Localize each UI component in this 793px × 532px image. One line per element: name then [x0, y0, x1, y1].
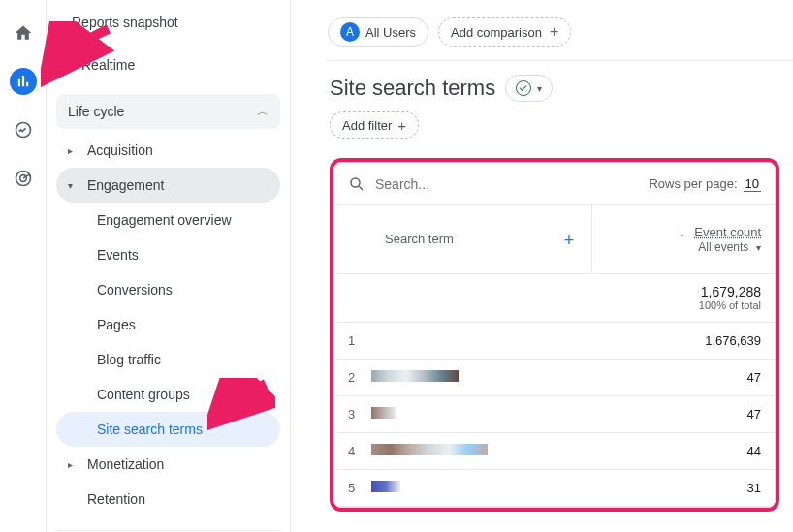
redacted-term: [371, 481, 400, 492]
left-rail: [0, 0, 47, 532]
life-cycle-section[interactable]: Life cycle ︿: [56, 94, 280, 129]
table-total-row: 1,679,288 100% of total: [334, 273, 775, 322]
sidebar-item-conversions[interactable]: Conversions: [56, 272, 280, 307]
plus-icon: +: [550, 23, 558, 41]
caret-down-icon: ▾: [537, 83, 542, 94]
svg-point-3: [351, 178, 360, 187]
svg-line-4: [359, 186, 363, 190]
title-status-pill[interactable]: ▾: [505, 75, 553, 102]
realtime-link[interactable]: Realtime: [56, 47, 280, 82]
page-title: Site search terms: [330, 76, 495, 101]
row-index: 3: [334, 395, 371, 432]
chevron-right-icon: ▸: [68, 459, 78, 470]
explore-icon[interactable]: [10, 116, 37, 143]
chevron-down-icon: ▾: [68, 180, 78, 191]
column-header-search-term[interactable]: Search term +: [334, 205, 592, 273]
advertising-icon[interactable]: [10, 165, 37, 192]
row-index: 4: [334, 432, 371, 469]
chip-all-users[interactable]: A All Users: [328, 17, 428, 47]
chevron-up-icon: ︿: [257, 104, 269, 120]
comparison-chips: A All Users Add comparison +: [328, 17, 793, 61]
data-table-card: Rows per page: 10 Search term + ↓ Event …: [333, 162, 776, 508]
column-label: Event count: [694, 225, 761, 239]
data-table: Search term + ↓ Event count All events ▾: [334, 205, 775, 507]
total-value: 1,679,288: [701, 284, 761, 299]
sort-arrow-down-icon: ↓: [679, 225, 685, 239]
row-value: 44: [592, 432, 775, 469]
row-term: [371, 322, 592, 359]
table-row[interactable]: 11,676,639: [334, 322, 775, 359]
sidebar-item-monetization[interactable]: ▸ Monetization: [56, 447, 280, 482]
row-value: 47: [592, 395, 775, 432]
table-row[interactable]: 531: [334, 469, 775, 506]
column-header-event-count[interactable]: ↓ Event count All events ▾: [592, 205, 775, 273]
reports-icon[interactable]: [10, 68, 37, 95]
table-search-input[interactable]: [375, 176, 639, 192]
row-index: 5: [334, 469, 371, 506]
sidebar-item-retention[interactable]: Retention: [56, 482, 280, 516]
row-index: 1: [334, 322, 371, 359]
sidebar: Reports snapshot Realtime Life cycle ︿ ▸…: [47, 0, 291, 532]
table-row[interactable]: 247: [334, 359, 775, 395]
reports-snapshot-link[interactable]: Reports snapshot: [56, 15, 280, 47]
table-row[interactable]: 444: [334, 432, 775, 469]
row-term: [371, 359, 592, 395]
sidebar-item-label: Engagement: [87, 177, 164, 193]
row-term: [371, 395, 592, 432]
row-value: 47: [592, 359, 775, 395]
column-label: Search term: [385, 232, 454, 246]
row-index: 2: [334, 359, 371, 395]
chevron-right-icon: ▸: [68, 145, 78, 156]
total-subtext: 100% of total: [592, 299, 761, 311]
row-term: [371, 432, 592, 469]
sidebar-item-pages[interactable]: Pages: [56, 307, 280, 342]
sidebar-item-label: Acquisition: [87, 142, 153, 158]
life-cycle-label: Life cycle: [68, 104, 124, 119]
table-highlight-frame: Rows per page: 10 Search term + ↓ Event …: [330, 158, 779, 512]
sidebar-item-site-search-terms[interactable]: Site search terms: [56, 412, 280, 447]
search-icon: [348, 175, 365, 193]
sidebar-item-acquisition[interactable]: ▸ Acquisition: [56, 133, 280, 168]
table-row[interactable]: 347: [334, 395, 775, 432]
chip-label: Add comparison: [451, 25, 542, 40]
rows-per-page[interactable]: Rows per page: 10: [649, 176, 761, 192]
redacted-term: [371, 444, 488, 455]
plus-icon: +: [397, 117, 406, 134]
sidebar-item-engagement[interactable]: ▾ Engagement: [56, 168, 280, 203]
row-value: 31: [592, 469, 775, 506]
rpp-value: 10: [744, 176, 761, 192]
table-toolbar: Rows per page: 10: [334, 163, 775, 205]
add-filter-button[interactable]: Add filter +: [330, 111, 419, 139]
rpp-label: Rows per page:: [649, 176, 737, 191]
row-term: [371, 469, 592, 506]
row-value: 1,676,639: [592, 322, 775, 359]
sidebar-item-engagement-overview[interactable]: Engagement overview: [56, 203, 280, 237]
check-circle-icon: [516, 80, 531, 96]
redacted-term: [371, 370, 459, 382]
audience-avatar: A: [340, 22, 360, 42]
sidebar-item-blog-traffic[interactable]: Blog traffic: [56, 342, 280, 377]
chip-label: All Users: [365, 25, 416, 40]
home-icon[interactable]: [10, 19, 37, 47]
column-sublabel: All events: [698, 240, 748, 254]
caret-down-icon: ▾: [756, 242, 761, 253]
sidebar-item-label: Monetization: [87, 456, 164, 472]
chip-add-comparison[interactable]: Add comparison +: [438, 17, 571, 47]
add-filter-label: Add filter: [342, 118, 392, 133]
add-dimension-icon[interactable]: +: [564, 231, 575, 251]
sidebar-item-content-groups[interactable]: Content groups: [56, 377, 280, 412]
main-content: A All Users Add comparison + Site search…: [291, 0, 793, 532]
redacted-term: [371, 407, 396, 419]
sidebar-item-events[interactable]: Events: [56, 237, 280, 272]
